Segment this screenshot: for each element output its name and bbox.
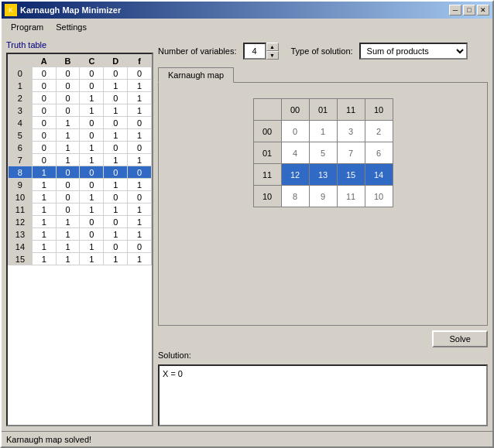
table-row[interactable]: 601100 xyxy=(9,142,152,154)
cell-D: 1 xyxy=(104,179,128,191)
table-row[interactable]: 100011 xyxy=(9,80,152,92)
table-row[interactable]: 000000 xyxy=(9,67,152,80)
cell-C: 1 xyxy=(80,154,104,166)
table-row[interactable]: 1511111 xyxy=(9,253,152,265)
table-row[interactable]: 1411100 xyxy=(9,241,152,253)
title-buttons: ─ □ ✕ xyxy=(449,5,489,15)
cell-f[interactable]: 0 xyxy=(128,117,152,129)
cell-f[interactable]: 0 xyxy=(128,241,152,253)
truth-table: A B C D f 000000100011200101300111401000… xyxy=(8,54,152,265)
kmap-cell[interactable]: 14 xyxy=(365,164,393,186)
table-row[interactable]: 701111 xyxy=(9,154,152,166)
kmap-cell[interactable]: 10 xyxy=(365,186,393,207)
kmap-cell[interactable]: 11 xyxy=(337,186,365,207)
kmap-container: 00011110000132014576111213151410891110 xyxy=(166,91,479,215)
cell-f[interactable]: 1 xyxy=(128,228,152,241)
row-number: 3 xyxy=(9,104,33,117)
kmap-cell[interactable]: 9 xyxy=(309,186,337,207)
cell-f[interactable]: 1 xyxy=(128,203,152,216)
kmap-cell[interactable]: 15 xyxy=(337,164,365,186)
kmap-cell[interactable]: 1 xyxy=(309,121,337,142)
row-number: 6 xyxy=(9,142,33,154)
table-row[interactable]: 401000 xyxy=(9,117,152,129)
kmap-row-header: 00 xyxy=(253,121,281,142)
spin-up-button[interactable]: ▲ xyxy=(266,43,279,51)
kmap-corner xyxy=(253,99,281,121)
table-row[interactable]: 1110111 xyxy=(9,203,152,216)
cell-C: 1 xyxy=(80,191,104,203)
solve-button[interactable]: Solve xyxy=(432,330,488,347)
kmap-row: 10891110 xyxy=(253,186,393,207)
minimize-button[interactable]: ─ xyxy=(449,5,461,15)
kmap-cell[interactable]: 0 xyxy=(281,121,309,142)
cell-C: 1 xyxy=(80,253,104,265)
num-vars-input[interactable] xyxy=(243,43,266,60)
cell-B: 1 xyxy=(56,228,80,241)
spin-down-button[interactable]: ▼ xyxy=(266,51,279,60)
kmap-row-header: 01 xyxy=(253,142,281,164)
cell-D: 0 xyxy=(104,166,128,179)
cell-f[interactable]: 1 xyxy=(128,129,152,142)
cell-A: 0 xyxy=(32,92,56,104)
cell-f[interactable]: 0 xyxy=(128,67,152,80)
spinbox-container: ▲ ▼ xyxy=(243,43,279,60)
cell-f[interactable]: 1 xyxy=(128,92,152,104)
cell-A: 0 xyxy=(32,80,56,92)
cell-D: 0 xyxy=(104,67,128,80)
row-number: 8 xyxy=(9,166,33,179)
cell-f[interactable]: 1 xyxy=(128,253,152,265)
kmap-cell[interactable]: 5 xyxy=(309,142,337,164)
cell-D: 0 xyxy=(104,142,128,154)
cell-f[interactable]: 1 xyxy=(128,216,152,228)
kmap-row-header: 10 xyxy=(253,186,281,207)
kmap-cell[interactable]: 4 xyxy=(281,142,309,164)
kmap-cell[interactable]: 8 xyxy=(281,186,309,207)
kmap-cell[interactable]: 6 xyxy=(365,142,393,164)
cell-f[interactable]: 1 xyxy=(128,179,152,191)
tab-content: 00011110000132014576111213151410891110 xyxy=(158,82,488,326)
cell-B: 1 xyxy=(56,253,80,265)
table-row[interactable]: 1010100 xyxy=(9,191,152,203)
cell-f[interactable]: 0 xyxy=(128,191,152,203)
type-select[interactable]: Sum of products Product of sums xyxy=(359,43,468,60)
table-row[interactable]: 300111 xyxy=(9,104,152,117)
kmap-tab[interactable]: Karnaugh map xyxy=(158,67,234,83)
cell-A: 0 xyxy=(32,129,56,142)
table-row[interactable]: 810000 xyxy=(9,166,152,179)
close-button[interactable]: ✕ xyxy=(477,5,489,15)
tab-container: Karnaugh map 000111100001320145761112131… xyxy=(158,67,488,326)
num-vars-label: Number of variables: xyxy=(158,46,237,56)
kmap-cell[interactable]: 2 xyxy=(365,121,393,142)
row-number: 13 xyxy=(9,228,33,241)
cell-f[interactable]: 0 xyxy=(128,166,152,179)
cell-D: 0 xyxy=(104,216,128,228)
cell-f[interactable]: 0 xyxy=(128,142,152,154)
right-panel: Number of variables: ▲ ▼ Type of solutio… xyxy=(158,40,488,426)
col-header-A: A xyxy=(32,55,56,67)
maximize-button[interactable]: □ xyxy=(463,5,475,15)
settings-menu[interactable]: Settings xyxy=(50,21,93,33)
cell-A: 1 xyxy=(32,191,56,203)
table-row[interactable]: 910011 xyxy=(9,179,152,191)
kmap-cell[interactable]: 12 xyxy=(281,164,309,186)
cell-f[interactable]: 1 xyxy=(128,80,152,92)
cell-B: 1 xyxy=(56,241,80,253)
cell-A: 0 xyxy=(32,142,56,154)
kmap-cell[interactable]: 13 xyxy=(309,164,337,186)
table-row[interactable]: 200101 xyxy=(9,92,152,104)
kmap-row: 1112131514 xyxy=(253,164,393,186)
cell-A: 1 xyxy=(32,166,56,179)
cell-C: 0 xyxy=(80,166,104,179)
solution-textarea[interactable] xyxy=(158,364,488,426)
cell-B: 1 xyxy=(56,216,80,228)
table-row[interactable]: 1311011 xyxy=(9,228,152,241)
kmap-cell[interactable]: 3 xyxy=(337,121,365,142)
kmap-row-header: 11 xyxy=(253,164,281,186)
table-row[interactable]: 501011 xyxy=(9,129,152,142)
kmap-col-header: 01 xyxy=(309,99,337,121)
cell-f[interactable]: 1 xyxy=(128,154,152,166)
table-row[interactable]: 1211001 xyxy=(9,216,152,228)
program-menu[interactable]: Program xyxy=(5,21,50,33)
kmap-cell[interactable]: 7 xyxy=(337,142,365,164)
cell-f[interactable]: 1 xyxy=(128,104,152,117)
